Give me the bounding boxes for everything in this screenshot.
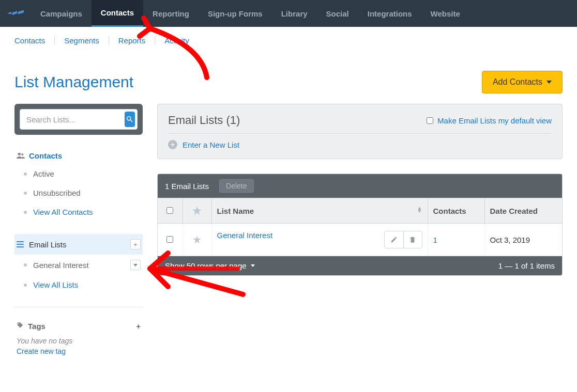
- email-lists-panel: Email Lists (1) Make Email Lists my defa…: [157, 104, 563, 159]
- sidebar-tags-section: Tags + You have no tags Create new tag: [14, 307, 143, 356]
- star-icon[interactable]: ★: [192, 234, 202, 245]
- svg-rect-6: [17, 244, 24, 245]
- nav-library[interactable]: Library: [272, 0, 317, 27]
- search-icon: [126, 115, 134, 123]
- sidebar-item-unsubscribed[interactable]: Unsubscribed: [14, 183, 143, 202]
- subnav-contacts[interactable]: Contacts: [14, 36, 55, 45]
- contacts-count-link[interactable]: 1: [433, 236, 437, 244]
- add-list-button[interactable]: +: [130, 239, 141, 249]
- logo-icon[interactable]: [0, 8, 31, 19]
- sidebar-item-active[interactable]: Active: [14, 164, 143, 183]
- add-tag-button[interactable]: +: [136, 322, 141, 331]
- nav-contacts[interactable]: Contacts: [92, 0, 143, 27]
- main-area: Email Lists (1) Make Email Lists my defa…: [157, 104, 563, 276]
- table-header-row: ★ List Name ▲▼ Contacts Date Created: [158, 198, 562, 224]
- tags-empty-note: You have no tags: [14, 335, 143, 346]
- sidebar-email-lists-section: Email Lists + General Interest View All …: [14, 234, 143, 294]
- col-list-name[interactable]: List Name ▲▼: [211, 198, 428, 224]
- nav-integrations[interactable]: Integrations: [358, 0, 421, 27]
- caret-down-icon: [251, 264, 255, 267]
- trash-icon: [409, 236, 416, 243]
- top-navigation: Campaigns Contacts Reporting Sign-up For…: [0, 0, 577, 27]
- nav-website[interactable]: Website: [421, 0, 469, 27]
- sidebar-item-view-all-lists[interactable]: View All Lists: [14, 275, 143, 294]
- star-icon: ★: [192, 205, 202, 216]
- svg-marker-2: [18, 10, 24, 14]
- sidebar-item-view-all-contacts[interactable]: View All Contacts: [14, 202, 143, 222]
- pencil-icon: [390, 236, 398, 243]
- page-header: List Management Add Contacts: [0, 50, 577, 104]
- sidebar-item-general-interest[interactable]: General Interest: [14, 255, 143, 275]
- svg-rect-5: [17, 241, 24, 242]
- tag-icon: [17, 322, 24, 331]
- list-icon: [17, 240, 24, 249]
- subnav-segments[interactable]: Segments: [55, 36, 109, 45]
- col-contacts[interactable]: Contacts: [428, 198, 484, 224]
- delete-button[interactable]: Delete: [219, 179, 253, 193]
- svg-point-4: [21, 153, 23, 155]
- nav-social[interactable]: Social: [317, 0, 358, 27]
- sub-navigation: Contacts Segments Reports Activity: [0, 27, 577, 50]
- search-input[interactable]: [26, 115, 125, 124]
- sidebar-contacts-section: Contacts Active Unsubscribed View All Co…: [14, 147, 143, 222]
- search-container: [14, 104, 143, 135]
- caret-down-icon: [546, 81, 552, 84]
- subnav-reports[interactable]: Reports: [109, 36, 156, 45]
- col-favorite[interactable]: ★: [183, 198, 211, 224]
- nav-reporting[interactable]: Reporting: [143, 0, 199, 27]
- pagination-label: 1 — 1 of 1 items: [498, 261, 555, 270]
- add-contacts-button[interactable]: Add Contacts: [482, 71, 563, 93]
- nav-campaigns[interactable]: Campaigns: [31, 0, 92, 27]
- list-name-link[interactable]: General Interest: [217, 231, 273, 240]
- sidebar-email-lists-heading[interactable]: Email Lists +: [14, 234, 143, 255]
- add-contacts-label: Add Contacts: [493, 77, 542, 87]
- default-view-toggle[interactable]: Make Email Lists my default view: [427, 116, 552, 125]
- sidebar-contacts-heading[interactable]: Contacts: [14, 147, 143, 164]
- enter-new-list-link[interactable]: + Enter a New List: [168, 140, 552, 149]
- svg-rect-7: [17, 246, 24, 247]
- lists-table: 1 Email Lists Delete ★ List Name ▲▼ Cont…: [157, 174, 563, 276]
- table-count-label: 1 Email Lists: [165, 182, 209, 191]
- sidebar: Contacts Active Unsubscribed View All Co…: [14, 104, 143, 369]
- list-item-dropdown[interactable]: [130, 260, 141, 270]
- nav-signup-forms[interactable]: Sign-up Forms: [199, 0, 272, 27]
- row-checkbox[interactable]: [166, 236, 173, 243]
- create-tag-link[interactable]: Create new tag: [14, 346, 143, 356]
- date-created-cell: Oct 3, 2019: [484, 224, 562, 256]
- default-view-checkbox[interactable]: [427, 117, 433, 124]
- search-button[interactable]: [125, 112, 135, 127]
- svg-marker-0: [7, 12, 11, 14]
- table-row: ★ General Interest: [158, 224, 562, 256]
- page-title: List Management: [14, 73, 133, 91]
- select-all-checkbox[interactable]: [166, 207, 173, 214]
- col-select-all[interactable]: [158, 198, 183, 224]
- panel-title: Email Lists (1): [168, 114, 240, 127]
- plus-circle-icon: +: [168, 140, 177, 149]
- sort-icon: ▲▼: [417, 207, 422, 213]
- svg-marker-1: [12, 11, 18, 15]
- users-icon: [17, 151, 25, 160]
- rows-per-page-selector[interactable]: Show 50 rows per page: [165, 261, 255, 270]
- caret-down-icon: [133, 264, 138, 266]
- svg-point-3: [18, 153, 21, 155]
- delete-row-button[interactable]: [403, 231, 422, 248]
- edit-button[interactable]: [385, 231, 403, 248]
- col-date-created[interactable]: Date Created: [484, 198, 562, 224]
- sidebar-tags-heading[interactable]: Tags +: [14, 318, 143, 335]
- subnav-activity[interactable]: Activity: [155, 36, 199, 45]
